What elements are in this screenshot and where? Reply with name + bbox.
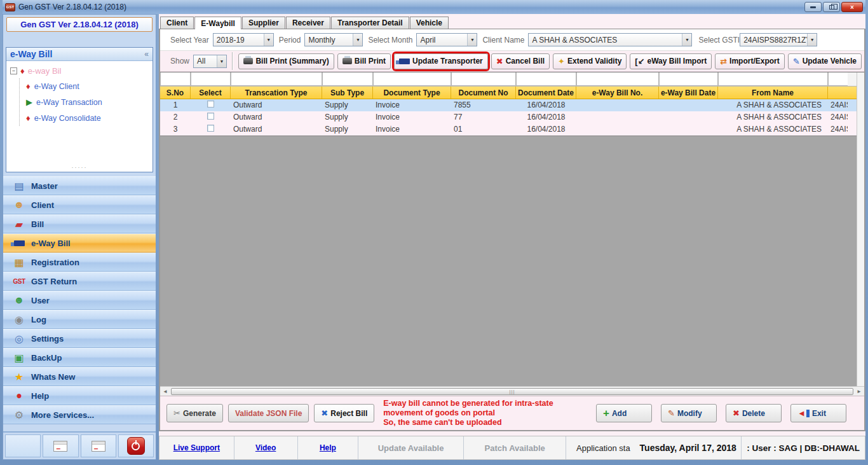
tab[interactable]: Transporter Detail [331,17,409,29]
chevron-down-icon: ▼ [682,34,691,46]
toolbar-button[interactable]: Bill Print (Summary) [238,53,334,69]
column-header[interactable]: Transcation Type [231,87,322,99]
scroll-left-icon[interactable]: ◄ [160,389,170,394]
horizontal-scrollbar[interactable]: ◄ ||| ► [160,386,864,396]
minimize-panel-button-2[interactable] [81,434,116,457]
column-filter-cell[interactable] [191,73,231,86]
transactions-table: S.No Select Transcation Type [160,72,864,396]
sidebar-menu-item[interactable]: ▣ BackUp [3,348,156,367]
column-header[interactable]: From Name [718,87,828,99]
tree-node[interactable]: ▶ e-Way Transaction [20,94,149,110]
video-link[interactable]: Video [234,436,298,459]
validate-json-button[interactable]: Validate JSON File [228,404,309,422]
sidebar-menu-item[interactable]: ★ Whats New [3,367,156,386]
scroll-right-icon[interactable]: ► [854,389,864,394]
table-row[interactable]: 2 Outward Supply Invoice 77 16/04/2018 A… [160,111,864,123]
column-header[interactable] [828,87,848,99]
column-header[interactable]: S.No [160,87,191,99]
column-header[interactable]: Sub Type [322,87,373,99]
column-filter-cell[interactable] [516,73,576,86]
tab[interactable]: E-Waybill [194,17,241,29]
minimize-button[interactable] [804,2,822,12]
scrollbar-thumb[interactable]: ||| [171,388,853,395]
column-filter-cell[interactable] [828,73,848,86]
filter-dropdown[interactable]: April ▼ [416,33,477,46]
toolbar-button[interactable]: Bill Print [337,53,391,69]
column-header[interactable]: Select [191,87,231,99]
column-header[interactable]: e-Way Bill No. [576,87,659,99]
eway-transaction-panel: Select Year 2018-19 ▼ Period Monthly ▼ [159,29,865,431]
column-filter-cell[interactable] [576,73,659,86]
column-header[interactable]: Document Type [373,87,451,99]
sidebar-menu-item[interactable]: ☻ Client [3,195,156,214]
close-button[interactable]: × [841,2,863,12]
sidebar-menu-item[interactable]: ▰ Bill [3,214,156,233]
sidebar-menu-item[interactable]: ⚙ More Services... [3,405,156,424]
tab[interactable]: Vehicle [410,17,449,29]
generate-icon: ✂ [173,408,180,418]
tab[interactable]: Receiver [286,17,330,29]
row-select-checkbox[interactable] [207,125,214,132]
tree-collapse-icon[interactable]: − [10,67,17,74]
tree-node[interactable]: ♦ e-Way Consolidate [20,110,149,126]
toolbar-button[interactable]: [↙ eWay Bill Import [630,53,712,69]
table-row[interactable]: 1 Outward Supply Invoice 7855 16/04/2018… [160,99,864,111]
sidebar-menu-item[interactable]: ☻ User [3,291,156,310]
sidebar-menu-item[interactable]: ◎ Settings [3,329,156,348]
sidebar-menu-item[interactable]: e-Way Bill [3,233,156,253]
delete-button[interactable]: ✖ Delete [726,404,782,422]
reject-bill-icon: ✖ [321,408,328,418]
delete-icon: ✖ [733,408,740,418]
sidebar-menu-item[interactable]: ▦ Registration [3,253,156,272]
table-row[interactable]: 3 Outward Supply Invoice 01 16/04/2018 A… [160,123,864,135]
sidebar-menu-item[interactable]: ▤ Master [3,176,156,195]
tab[interactable]: Supplier [242,17,285,29]
row-select-checkbox[interactable] [207,113,214,120]
column-header[interactable]: Document No [451,87,516,99]
toolbar-button[interactable]: ✦ Extend Validity [553,53,627,69]
tree-node[interactable]: ♦ e-Way Client [20,78,149,94]
filter-dropdown[interactable]: 24AISPS8827R1ZY ▼ [740,33,817,46]
exit-button[interactable]: ◄ Exit [790,404,846,422]
panel-resize-handle[interactable]: ····· [6,165,153,172]
column-filter-cell[interactable] [160,73,191,86]
column-filter-cell[interactable] [322,73,373,86]
tab[interactable]: Client [160,17,194,29]
filter-dropdown[interactable]: A SHAH & ASSOCIATES ▼ [528,33,692,46]
column-filter-cell[interactable] [659,73,718,86]
live-support-link[interactable]: Live Support [159,436,234,459]
tree-root-eway-bill[interactable]: − ♦ e-way Bil [10,66,149,76]
registration-icon: ▦ [10,256,29,268]
column-filter-cell[interactable] [373,73,451,86]
modify-button[interactable]: ✎ Modify [661,404,717,422]
column-filter-cell[interactable] [718,73,828,86]
collapse-panel-icon[interactable]: « [144,50,149,59]
column-header[interactable]: Document Date [516,87,576,99]
eway-bill-panel: e-Way Bill « − ♦ e-way Bil ♦ e-W [6,47,153,172]
power-button[interactable] [118,434,154,457]
column-filter-cell[interactable] [231,73,322,86]
toolbar-button[interactable]: ✖ Cancel Bill [491,53,550,69]
minimize-panel-button[interactable] [43,434,78,457]
column-filter-cell[interactable] [451,73,516,86]
toolbar-button[interactable]: ⇄ Import/Export [715,53,785,69]
add-button[interactable]: + Add [596,404,652,422]
filter-dropdown[interactable]: 2018-19 ▼ [213,33,274,46]
filter-dropdown[interactable]: Monthly ▼ [304,33,363,46]
sidebar-menu-item[interactable]: ◉ Log [3,310,156,329]
row-select-checkbox[interactable] [207,101,214,108]
toolbar-button[interactable]: ✎ Update Vehicle [788,53,862,69]
sidebar-menu-item[interactable]: ● Help [3,386,156,405]
maximize-button[interactable] [823,2,840,12]
eway-client-icon: ♦ [26,81,31,91]
vertical-scrollbar[interactable] [857,73,864,386]
help-link[interactable]: Help [298,436,359,459]
toolbar-button[interactable]: Update Transporter [394,53,488,69]
generate-button[interactable]: ✂ Generate [166,404,223,422]
log-icon: ◉ [10,314,29,326]
sidebar-menu-item[interactable]: GST GST Return [3,272,156,291]
column-header[interactable]: e-Way Bill Date [659,87,718,99]
show-filter-dropdown[interactable]: All ▼ [193,55,227,68]
chevron-down-icon: ▼ [467,34,477,46]
reject-bill-button[interactable]: ✖ Reject Bill [314,404,374,422]
